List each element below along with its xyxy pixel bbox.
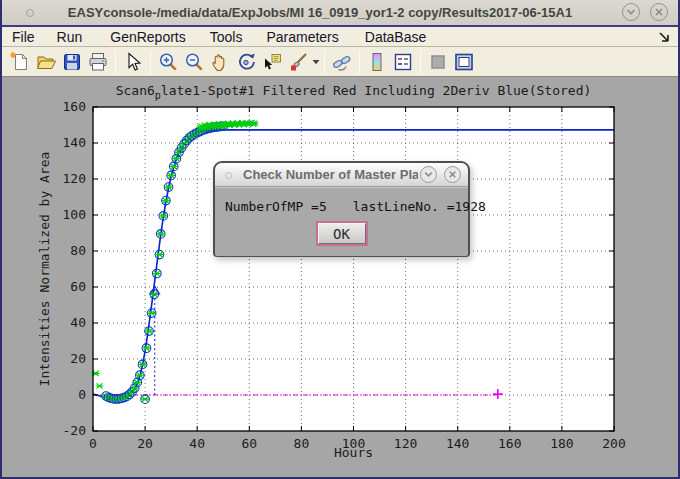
y-axis-label: Intensities Normalized by Area: [37, 152, 52, 387]
chevron-down-icon: [422, 168, 435, 181]
brush-menu-button[interactable]: [311, 49, 320, 75]
zoom-in-button[interactable]: [155, 49, 181, 75]
toolbar-separator: [420, 50, 421, 74]
plot-canvas[interactable]: 020406080100120140160180200-200204060801…: [2, 77, 678, 475]
figure-toolbar: [2, 47, 678, 77]
last-line-no-value: lastLineNo. =1928: [353, 199, 486, 214]
open-file-icon: [35, 51, 57, 73]
minimize-button[interactable]: [622, 3, 640, 21]
chart-title: Scan6plate1-Spot#1 Filtered Red Includin…: [93, 83, 614, 101]
insert-legend-icon: [392, 51, 414, 73]
number-of-mp-value: NumberOfMP =5: [225, 199, 327, 214]
dialog-minimize-button[interactable]: [420, 166, 437, 183]
figure-area: 020406080100120140160180200-200204060801…: [2, 77, 678, 477]
pan-button[interactable]: [207, 49, 233, 75]
dialog-menu-icon: [225, 172, 232, 179]
dialog-close-button[interactable]: [444, 166, 461, 183]
svg-text:100: 100: [63, 207, 86, 222]
link-plot-button[interactable]: [329, 49, 355, 75]
show-plot-tools-button[interactable]: [451, 49, 477, 75]
svg-text:0: 0: [78, 387, 86, 402]
menu-database[interactable]: DataBase: [365, 29, 426, 45]
toolbar-separator: [324, 50, 325, 74]
menu-parameters[interactable]: Parameters: [266, 29, 338, 45]
menu-run[interactable]: Run: [57, 29, 83, 45]
dialog-titlebar[interactable]: Check Number of Master Pla: [215, 163, 468, 187]
open-file-button[interactable]: [33, 49, 59, 75]
zoom-out-button[interactable]: [181, 49, 207, 75]
new-file-button[interactable]: [7, 49, 33, 75]
link-plot-icon: [331, 51, 353, 73]
hide-plot-tools-button[interactable]: [425, 49, 451, 75]
insert-legend-button[interactable]: [390, 49, 416, 75]
close-button[interactable]: [650, 3, 668, 21]
svg-text:80: 80: [70, 243, 86, 258]
save-button[interactable]: [59, 49, 85, 75]
menu-tools[interactable]: Tools: [210, 29, 243, 45]
brush-data-button[interactable]: [285, 49, 311, 75]
window-title: EASYconsole-/media/data/ExpJobs/MI 16_09…: [52, 0, 588, 25]
insert-colorbar-icon: [366, 51, 388, 73]
menu-genreports[interactable]: GenReports: [110, 29, 185, 45]
hide-plot-tools-icon: [427, 51, 449, 73]
rotate-3d-icon: [235, 51, 257, 73]
svg-text:20: 20: [70, 351, 86, 366]
pan-hand-icon: [209, 51, 231, 73]
dialog-message: NumberOfMP =5lastLineNo. =1928: [225, 199, 486, 214]
svg-text:120: 120: [63, 171, 86, 186]
menu-file[interactable]: File: [12, 29, 35, 45]
svg-text:40: 40: [70, 315, 86, 330]
svg-text:160: 160: [63, 99, 86, 114]
brush-data-icon: [287, 51, 309, 73]
menubar: File Run GenReports Tools Parameters Dat…: [2, 25, 678, 47]
insert-colorbar-button[interactable]: [364, 49, 390, 75]
x-axis-label: Hours: [93, 445, 614, 460]
new-file-icon: [9, 51, 31, 73]
zoom-out-icon: [183, 51, 205, 73]
zoom-in-icon: [157, 51, 179, 73]
print-icon: [87, 51, 109, 73]
window-titlebar[interactable]: EASYconsole-/media/data/ExpJobs/MI 16_09…: [2, 0, 678, 25]
edit-plot-pointer-icon: [122, 51, 144, 73]
rotate-3d-button[interactable]: [233, 49, 259, 75]
svg-text:-20: -20: [63, 423, 86, 438]
dropdown-caret-icon: [312, 59, 320, 65]
menu-overflow-button[interactable]: [656, 29, 672, 48]
window-menu-icon[interactable]: [26, 9, 34, 17]
data-cursor-button[interactable]: [259, 49, 285, 75]
dialog-check-number-of-master-plates: Check Number of Master Pla NumberOfMP =5…: [213, 161, 470, 257]
save-icon: [61, 51, 83, 73]
svg-text:140: 140: [63, 135, 86, 150]
print-button[interactable]: [85, 49, 111, 75]
toolbar-separator: [115, 50, 116, 74]
close-icon: [446, 168, 459, 181]
toolbar-separator: [359, 50, 360, 74]
show-plot-tools-icon: [453, 51, 475, 73]
close-icon: [652, 5, 666, 19]
dialog-body: NumberOfMP =5lastLineNo. =1928 OK: [215, 187, 468, 256]
edit-plot-button[interactable]: [120, 49, 146, 75]
ok-button[interactable]: OK: [318, 223, 366, 244]
svg-text:60: 60: [70, 279, 86, 294]
data-cursor-icon: [261, 51, 283, 73]
arrow-down-right-icon: [656, 29, 672, 45]
dialog-title: Check Number of Master Pla: [243, 163, 418, 187]
chevron-down-icon: [624, 5, 638, 19]
app-window: EASYconsole-/media/data/ExpJobs/MI 16_09…: [0, 0, 680, 479]
toolbar-separator: [150, 50, 151, 74]
